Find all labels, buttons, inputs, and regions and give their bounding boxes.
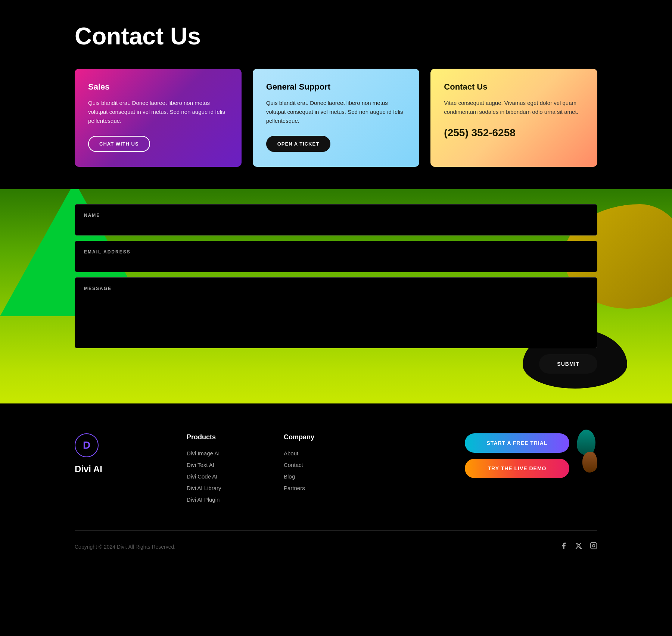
support-card-title: General Support	[266, 82, 406, 92]
footer-products-col: Products Divi Image AI Divi Text AI Divi…	[187, 433, 254, 508]
footer-divider	[75, 530, 597, 531]
footer-top: D Divi AI Products Divi Image AI Divi Te…	[75, 433, 597, 508]
name-label: NAME	[84, 213, 588, 218]
support-card: General Support Quis blandit erat. Donec…	[253, 69, 420, 167]
footer-link-divi-ai-library[interactable]: Divi AI Library	[187, 485, 254, 491]
message-field-wrapper: MESSAGE	[75, 277, 597, 348]
try-live-demo-button[interactable]: TRY THE LIVE DEMO	[465, 459, 569, 478]
submit-row: SUBMIT	[75, 354, 597, 374]
footer-cta: START A FREE TRIAL TRY THE LIVE DEMO	[465, 433, 569, 478]
footer-link-divi-text-ai[interactable]: Divi Text AI	[187, 462, 254, 468]
footer-brand: D Divi AI	[75, 433, 157, 474]
cards-row: Sales Quis blandit erat. Donec laoreet l…	[75, 69, 597, 167]
support-card-text: Quis blandit erat. Donec laoreet libero …	[266, 99, 406, 125]
open-ticket-button[interactable]: OPEN A TICKET	[266, 136, 330, 152]
facebook-icon[interactable]	[560, 542, 567, 551]
form-container: NAME EMAIL ADDRESS MESSAGE SUBMIT	[75, 204, 597, 374]
twitter-x-icon[interactable]	[575, 542, 582, 551]
products-title: Products	[187, 433, 254, 441]
name-input[interactable]	[84, 220, 588, 227]
email-field-wrapper: EMAIL ADDRESS	[75, 241, 597, 272]
company-title: Company	[284, 433, 351, 441]
submit-button[interactable]: SUBMIT	[539, 354, 597, 374]
footer-link-about[interactable]: About	[284, 450, 351, 456]
start-free-trial-button[interactable]: START A FREE TRIAL	[465, 433, 569, 453]
email-input[interactable]	[84, 257, 588, 264]
footer-link-partners[interactable]: Partners	[284, 485, 351, 491]
footer: D Divi AI Products Divi Image AI Divi Te…	[0, 403, 672, 566]
message-input[interactable]	[84, 293, 588, 338]
message-label: MESSAGE	[84, 286, 588, 291]
page-title: Contact Us	[75, 22, 597, 50]
sales-card-title: Sales	[88, 82, 228, 92]
footer-link-blog[interactable]: Blog	[284, 473, 351, 480]
brand-logo: D	[75, 433, 99, 457]
email-label: EMAIL ADDRESS	[84, 249, 588, 255]
brown-blob	[582, 452, 597, 473]
footer-cta-wrapper: START A FREE TRIAL TRY THE LIVE DEMO	[465, 433, 597, 478]
contact-card-text: Vitae consequat augue. Vivamus eget dolo…	[444, 99, 584, 116]
sales-card: Sales Quis blandit erat. Donec laoreet l…	[75, 69, 242, 167]
footer-bottom: Copyright © 2024 Divi. All Rights Reserv…	[75, 542, 597, 551]
footer-link-divi-image-ai[interactable]: Divi Image AI	[187, 450, 254, 456]
copyright-text: Copyright © 2024 Divi. All Rights Reserv…	[75, 544, 175, 550]
footer-link-divi-code-ai[interactable]: Divi Code AI	[187, 473, 254, 480]
social-icons	[560, 542, 597, 551]
brand-name: Divi AI	[75, 464, 157, 474]
footer-link-divi-ai-plugin[interactable]: Divi AI Plugin	[187, 496, 254, 503]
sales-card-text: Quis blandit erat. Donec laoreet libero …	[88, 99, 228, 125]
contact-card: Contact Us Vitae consequat augue. Vivamu…	[430, 69, 597, 167]
instagram-icon[interactable]	[590, 542, 597, 551]
contact-card-title: Contact Us	[444, 82, 584, 92]
footer-company-col: Company About Contact Blog Partners	[284, 433, 351, 496]
footer-deco-blobs	[577, 430, 597, 473]
chat-with-us-button[interactable]: CHAT WITH US	[88, 136, 150, 152]
svg-rect-0	[591, 543, 597, 549]
contact-section: Contact Us Sales Quis blandit erat. Done…	[0, 0, 672, 167]
contact-phone: (255) 352-6258	[444, 127, 584, 139]
form-section: NAME EMAIL ADDRESS MESSAGE SUBMIT	[0, 189, 672, 403]
name-field-wrapper: NAME	[75, 204, 597, 236]
footer-link-contact[interactable]: Contact	[284, 462, 351, 468]
